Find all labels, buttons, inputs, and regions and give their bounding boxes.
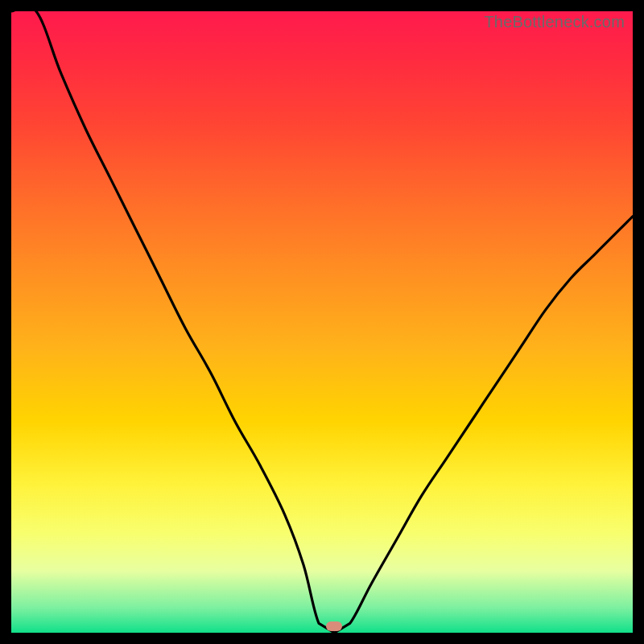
chart-frame: TheBottleneck.com	[0, 0, 644, 644]
plot-area: TheBottleneck.com	[11, 11, 633, 633]
bottleneck-curve	[11, 11, 633, 633]
curve-svg	[11, 11, 633, 633]
optimal-marker	[326, 621, 342, 631]
